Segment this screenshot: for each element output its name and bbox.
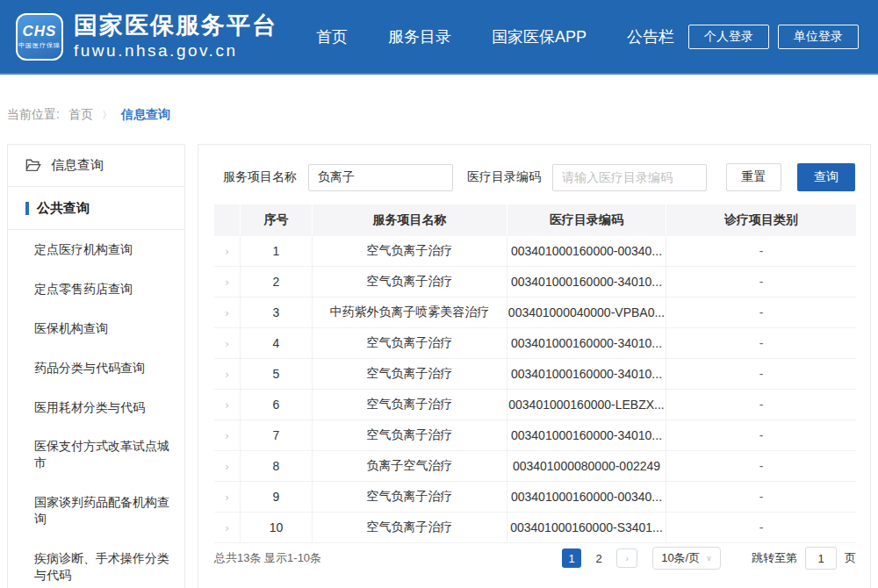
- chs-logo[interactable]: CHS 中国医疗保障: [16, 13, 63, 61]
- sidebar-item[interactable]: 国家谈判药品配备机构查询: [8, 483, 184, 539]
- table-row: ›8负离子空气治疗003401000080000-002249-: [214, 451, 856, 482]
- sidebar-item[interactable]: 医保机构查询: [8, 309, 184, 348]
- expand-cell: ›: [214, 328, 241, 358]
- breadcrumb: 当前位置: 首页 〉 信息查询: [7, 107, 170, 123]
- table-row: ›2空气负离子治疗003401000160000-34010...-: [214, 267, 856, 298]
- main-panel: 服务项目名称 医疗目录编码 重置 查询 序号服务项目名称医疗目录编码诊疗项目类别…: [198, 144, 871, 588]
- page-size-select[interactable]: 10条/页 ∨: [652, 547, 721, 570]
- row-number-cell: 6: [241, 390, 313, 419]
- nav-item[interactable]: 公告栏: [627, 26, 674, 47]
- expand-cell: ›: [214, 236, 241, 266]
- sidebar: 信息查询 公共查询 定点医疗机构查询定点零售药店查询医保机构查询药品分类与代码查…: [7, 144, 185, 588]
- results-table: 序号服务项目名称医疗目录编码诊疗项目类别 ›1空气负离子治疗0034010001…: [214, 204, 856, 543]
- nav-item[interactable]: 首页: [316, 26, 348, 47]
- table-row: ›9空气负离子治疗003401000160000-00340...-: [214, 482, 856, 513]
- service-name-cell: 中药紫外负离子喷雾美容治疗: [313, 298, 507, 327]
- search-form: 服务项目名称 医疗目录编码 重置 查询: [198, 145, 870, 191]
- category-cell: -: [666, 390, 856, 419]
- category-cell: -: [666, 236, 856, 266]
- catalog-code-cell: 003401000160000-00340...: [507, 482, 666, 512]
- category-cell: -: [666, 420, 856, 450]
- category-cell: -: [666, 267, 856, 297]
- chs-logo-text: CHS: [23, 24, 57, 39]
- sidebar-title[interactable]: 信息查询: [8, 145, 184, 187]
- nav-item[interactable]: 服务目录: [388, 26, 451, 47]
- catalog-code-cell: 003401000160000-S3401...: [507, 513, 666, 542]
- chevron-right-icon[interactable]: ›: [225, 337, 229, 350]
- expand-cell: ›: [214, 420, 241, 450]
- catalog-code-cell: 003401000040000-VPBA0...: [507, 298, 666, 327]
- service-name-cell: 负离子空气治疗: [313, 451, 507, 481]
- service-name-input[interactable]: [308, 164, 453, 191]
- top-header: CHS 中国医疗保障 国家医保服务平台 fuwu.nhsa.gov.cn 首页服…: [0, 0, 878, 75]
- table-footer: 总共13条 显示1-10条 12 › 10条/页 ∨ 跳转至第 页: [214, 543, 856, 573]
- row-number-cell: 3: [241, 298, 313, 327]
- expand-cell: ›: [214, 298, 241, 327]
- page-number-button[interactable]: 2: [589, 549, 608, 568]
- sidebar-item[interactable]: 医保支付方式改革试点城市: [8, 427, 184, 483]
- jump-page-input[interactable]: [805, 547, 837, 570]
- sidebar-item[interactable]: 定点医疗机构查询: [8, 230, 184, 269]
- sidebar-item[interactable]: 药品分类与代码查询: [8, 348, 184, 388]
- row-number-cell: 5: [241, 359, 313, 389]
- sidebar-title-label: 信息查询: [51, 157, 104, 174]
- page-buttons: 12: [562, 549, 608, 568]
- expand-cell: ›: [214, 359, 241, 389]
- table-row: ›1空气负离子治疗003401000160000-00340...-: [214, 236, 856, 267]
- catalog-code-cell: 003401000160000-LEBZX...: [507, 390, 666, 419]
- expand-cell: ›: [214, 482, 241, 512]
- category-cell: -: [666, 513, 856, 542]
- personal-login-button[interactable]: 个人登录: [688, 25, 769, 49]
- next-page-button[interactable]: ›: [616, 549, 637, 568]
- jump-suffix-label: 页: [845, 550, 856, 566]
- page-number-button[interactable]: 1: [562, 549, 581, 568]
- catalog-code-cell: 003401000160000-34010...: [507, 328, 666, 358]
- table-row: ›6空气负离子治疗003401000160000-LEBZX...-: [214, 390, 856, 420]
- column-header: 诊疗项目类别: [666, 204, 856, 236]
- row-number-cell: 4: [241, 328, 313, 358]
- breadcrumb-home-link[interactable]: 首页: [68, 107, 93, 123]
- category-cell: -: [666, 451, 856, 481]
- chevron-right-icon[interactable]: ›: [225, 276, 229, 289]
- unit-login-button[interactable]: 单位登录: [778, 25, 859, 49]
- jump-to-page: 跳转至第 页: [752, 547, 856, 570]
- table-row: ›7空气负离子治疗003401000160000-34010...-: [214, 420, 856, 451]
- query-button[interactable]: 查询: [797, 163, 855, 191]
- site-identity: 国家医保服务平台 fuwu.nhsa.gov.cn: [74, 12, 277, 61]
- category-cell: -: [666, 359, 856, 389]
- catalog-code-input[interactable]: [552, 164, 707, 191]
- chevron-right-icon[interactable]: ›: [225, 398, 229, 412]
- service-name-cell: 空气负离子治疗: [313, 482, 507, 512]
- total-count-text: 总共13条 显示1-10条: [214, 550, 321, 566]
- site-url: fuwu.nhsa.gov.cn: [74, 41, 277, 61]
- catalog-code-cell: 003401000160000-34010...: [507, 359, 666, 389]
- service-name-cell: 空气负离子治疗: [313, 328, 507, 358]
- row-number-cell: 8: [241, 451, 313, 481]
- sidebar-section-label: 公共查询: [37, 200, 90, 217]
- chevron-down-icon: ∨: [706, 554, 712, 563]
- sidebar-section-public-query: 公共查询: [8, 187, 184, 230]
- nav-item[interactable]: 国家医保APP: [492, 26, 587, 47]
- table-row: ›10空气负离子治疗003401000160000-S3401...-: [214, 513, 856, 543]
- login-buttons: 个人登录单位登录: [688, 25, 859, 49]
- reset-button[interactable]: 重置: [726, 163, 781, 191]
- main-nav: 首页服务目录国家医保APP公告栏: [316, 26, 674, 47]
- expand-cell: ›: [214, 451, 241, 481]
- chevron-right-icon[interactable]: ›: [225, 460, 229, 473]
- chevron-right-icon[interactable]: ›: [225, 491, 229, 504]
- catalog-code-cell: 003401000080000-002249: [507, 451, 666, 481]
- chevron-right-icon[interactable]: ›: [225, 306, 229, 319]
- chevron-right-icon[interactable]: ›: [225, 245, 229, 258]
- sidebar-item[interactable]: 医用耗材分类与代码: [8, 388, 184, 427]
- sidebar-item[interactable]: 疾病诊断、手术操作分类与代码: [8, 539, 184, 588]
- chevron-right-icon[interactable]: ›: [225, 368, 229, 381]
- breadcrumb-current[interactable]: 信息查询: [121, 107, 170, 123]
- expand-cell: ›: [214, 513, 241, 542]
- row-number-cell: 9: [241, 482, 313, 512]
- breadcrumb-prefix: 当前位置:: [7, 107, 60, 123]
- chevron-right-icon[interactable]: ›: [225, 521, 229, 534]
- expand-cell: ›: [214, 267, 241, 297]
- sidebar-item[interactable]: 定点零售药店查询: [8, 269, 184, 309]
- expand-column-header: [214, 204, 241, 236]
- chevron-right-icon[interactable]: ›: [225, 429, 229, 442]
